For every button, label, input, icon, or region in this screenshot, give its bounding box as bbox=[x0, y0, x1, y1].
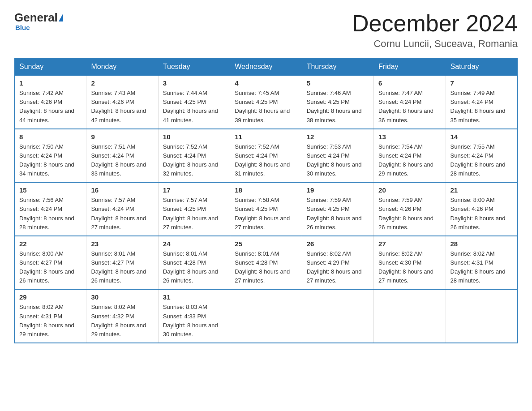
day-number: 31 bbox=[163, 293, 225, 301]
calendar-cell: 8 Sunrise: 7:50 AMSunset: 4:24 PMDayligh… bbox=[15, 129, 86, 183]
header-wednesday: Wednesday bbox=[230, 58, 302, 76]
title-block: December 2024 Cornu Luncii, Suceava, Rom… bbox=[352, 11, 518, 50]
day-info: Sunrise: 7:57 AMSunset: 4:24 PMDaylight:… bbox=[91, 197, 146, 230]
day-number: 27 bbox=[378, 240, 441, 248]
day-number: 7 bbox=[450, 79, 513, 87]
header-saturday: Saturday bbox=[446, 58, 517, 76]
day-number: 18 bbox=[235, 186, 297, 194]
calendar-cell: 10 Sunrise: 7:52 AMSunset: 4:24 PMDaylig… bbox=[158, 129, 230, 183]
day-number: 26 bbox=[307, 240, 369, 248]
calendar-cell: 23 Sunrise: 8:01 AMSunset: 4:27 PMDaylig… bbox=[86, 236, 158, 290]
calendar-cell: 13 Sunrise: 7:54 AMSunset: 4:24 PMDaylig… bbox=[374, 129, 446, 183]
calendar-week-row: 29 Sunrise: 8:02 AMSunset: 4:31 PMDaylig… bbox=[15, 289, 518, 343]
day-number: 6 bbox=[378, 79, 441, 87]
day-number: 13 bbox=[378, 133, 441, 141]
day-number: 9 bbox=[91, 133, 153, 141]
day-info: Sunrise: 7:57 AMSunset: 4:25 PMDaylight:… bbox=[163, 197, 218, 230]
calendar-cell: 20 Sunrise: 7:59 AMSunset: 4:26 PMDaylig… bbox=[374, 182, 446, 236]
calendar-cell: 18 Sunrise: 7:58 AMSunset: 4:25 PMDaylig… bbox=[230, 182, 302, 236]
day-info: Sunrise: 7:52 AMSunset: 4:24 PMDaylight:… bbox=[163, 143, 218, 177]
calendar-cell bbox=[302, 289, 373, 343]
calendar-cell: 27 Sunrise: 8:02 AMSunset: 4:30 PMDaylig… bbox=[374, 236, 446, 290]
day-number: 30 bbox=[91, 293, 153, 301]
calendar-cell bbox=[446, 289, 517, 343]
calendar-cell: 1 Sunrise: 7:42 AMSunset: 4:26 PMDayligh… bbox=[15, 76, 86, 129]
day-number: 17 bbox=[163, 186, 225, 194]
day-number: 25 bbox=[235, 240, 297, 248]
calendar-header: Sunday Monday Tuesday Wednesday Thursday… bbox=[15, 58, 518, 76]
day-number: 15 bbox=[19, 186, 82, 194]
calendar-cell: 19 Sunrise: 7:59 AMSunset: 4:25 PMDaylig… bbox=[302, 182, 373, 236]
weekday-header-row: Sunday Monday Tuesday Wednesday Thursday… bbox=[15, 58, 518, 76]
calendar-cell bbox=[374, 289, 446, 343]
calendar-cell: 22 Sunrise: 8:00 AMSunset: 4:27 PMDaylig… bbox=[15, 236, 86, 290]
calendar-cell: 6 Sunrise: 7:47 AMSunset: 4:24 PMDayligh… bbox=[374, 76, 446, 129]
day-info: Sunrise: 8:02 AMSunset: 4:30 PMDaylight:… bbox=[378, 250, 433, 284]
logo-general-text: General bbox=[14, 11, 58, 25]
day-info: Sunrise: 7:43 AMSunset: 4:26 PMDaylight:… bbox=[91, 90, 146, 123]
calendar-cell: 28 Sunrise: 8:02 AMSunset: 4:31 PMDaylig… bbox=[446, 236, 517, 290]
day-info: Sunrise: 8:02 AMSunset: 4:31 PMDaylight:… bbox=[19, 304, 74, 337]
month-title: December 2024 bbox=[352, 11, 518, 36]
calendar-cell: 3 Sunrise: 7:44 AMSunset: 4:25 PMDayligh… bbox=[158, 76, 230, 129]
calendar-cell: 11 Sunrise: 7:52 AMSunset: 4:24 PMDaylig… bbox=[230, 129, 302, 183]
header-friday: Friday bbox=[374, 58, 446, 76]
day-number: 2 bbox=[91, 79, 153, 87]
day-number: 3 bbox=[163, 79, 225, 87]
day-info: Sunrise: 8:00 AMSunset: 4:27 PMDaylight:… bbox=[19, 250, 74, 284]
day-info: Sunrise: 7:55 AMSunset: 4:24 PMDaylight:… bbox=[450, 143, 506, 177]
logo-triangle-icon bbox=[59, 13, 63, 21]
day-number: 24 bbox=[163, 240, 225, 248]
day-info: Sunrise: 7:53 AMSunset: 4:24 PMDaylight:… bbox=[307, 143, 362, 177]
day-info: Sunrise: 7:59 AMSunset: 4:25 PMDaylight:… bbox=[307, 197, 362, 230]
day-number: 8 bbox=[19, 133, 82, 141]
calendar-cell: 4 Sunrise: 7:45 AMSunset: 4:25 PMDayligh… bbox=[230, 76, 302, 129]
calendar-cell: 17 Sunrise: 7:57 AMSunset: 4:25 PMDaylig… bbox=[158, 182, 230, 236]
logo-blue-part bbox=[58, 13, 63, 22]
calendar-cell: 26 Sunrise: 8:02 AMSunset: 4:29 PMDaylig… bbox=[302, 236, 373, 290]
day-number: 14 bbox=[450, 133, 513, 141]
day-info: Sunrise: 7:42 AMSunset: 4:26 PMDaylight:… bbox=[19, 90, 74, 123]
day-info: Sunrise: 8:02 AMSunset: 4:31 PMDaylight:… bbox=[450, 250, 506, 284]
day-number: 16 bbox=[91, 186, 153, 194]
calendar-week-row: 8 Sunrise: 7:50 AMSunset: 4:24 PMDayligh… bbox=[15, 129, 518, 183]
day-info: Sunrise: 7:51 AMSunset: 4:24 PMDaylight:… bbox=[91, 143, 146, 177]
logo: General Blue bbox=[14, 11, 63, 31]
day-info: Sunrise: 7:45 AMSunset: 4:25 PMDaylight:… bbox=[235, 90, 290, 123]
day-info: Sunrise: 8:01 AMSunset: 4:27 PMDaylight:… bbox=[91, 250, 146, 284]
day-number: 28 bbox=[450, 240, 513, 248]
day-number: 23 bbox=[91, 240, 153, 248]
calendar-cell: 5 Sunrise: 7:46 AMSunset: 4:25 PMDayligh… bbox=[302, 76, 373, 129]
calendar-cell: 25 Sunrise: 8:01 AMSunset: 4:28 PMDaylig… bbox=[230, 236, 302, 290]
calendar-cell: 29 Sunrise: 8:02 AMSunset: 4:31 PMDaylig… bbox=[15, 289, 86, 343]
day-number: 22 bbox=[19, 240, 82, 248]
day-number: 10 bbox=[163, 133, 225, 141]
logo-blue-text: Blue bbox=[15, 24, 30, 31]
calendar-cell: 9 Sunrise: 7:51 AMSunset: 4:24 PMDayligh… bbox=[86, 129, 158, 183]
calendar-cell: 24 Sunrise: 8:01 AMSunset: 4:28 PMDaylig… bbox=[158, 236, 230, 290]
calendar-cell: 21 Sunrise: 8:00 AMSunset: 4:26 PMDaylig… bbox=[446, 182, 517, 236]
calendar-cell: 16 Sunrise: 7:57 AMSunset: 4:24 PMDaylig… bbox=[86, 182, 158, 236]
location-title: Cornu Luncii, Suceava, Romania bbox=[352, 38, 518, 50]
calendar-cell: 31 Sunrise: 8:03 AMSunset: 4:33 PMDaylig… bbox=[158, 289, 230, 343]
day-number: 12 bbox=[307, 133, 369, 141]
calendar-week-row: 1 Sunrise: 7:42 AMSunset: 4:26 PMDayligh… bbox=[15, 76, 518, 129]
calendar-cell bbox=[230, 289, 302, 343]
day-info: Sunrise: 8:00 AMSunset: 4:26 PMDaylight:… bbox=[450, 197, 506, 230]
day-info: Sunrise: 7:44 AMSunset: 4:25 PMDaylight:… bbox=[163, 90, 218, 123]
calendar-cell: 7 Sunrise: 7:49 AMSunset: 4:24 PMDayligh… bbox=[446, 76, 517, 129]
page-header: General Blue December 2024 Cornu Luncii,… bbox=[14, 11, 518, 50]
calendar-cell: 2 Sunrise: 7:43 AMSunset: 4:26 PMDayligh… bbox=[86, 76, 158, 129]
day-number: 11 bbox=[235, 133, 297, 141]
day-info: Sunrise: 8:01 AMSunset: 4:28 PMDaylight:… bbox=[235, 250, 290, 284]
day-info: Sunrise: 8:01 AMSunset: 4:28 PMDaylight:… bbox=[163, 250, 218, 284]
day-info: Sunrise: 7:56 AMSunset: 4:24 PMDaylight:… bbox=[19, 197, 74, 230]
calendar-cell: 15 Sunrise: 7:56 AMSunset: 4:24 PMDaylig… bbox=[15, 182, 86, 236]
day-number: 21 bbox=[450, 186, 513, 194]
day-info: Sunrise: 7:54 AMSunset: 4:24 PMDaylight:… bbox=[378, 143, 433, 177]
calendar-week-row: 15 Sunrise: 7:56 AMSunset: 4:24 PMDaylig… bbox=[15, 182, 518, 236]
calendar-cell: 14 Sunrise: 7:55 AMSunset: 4:24 PMDaylig… bbox=[446, 129, 517, 183]
day-info: Sunrise: 7:46 AMSunset: 4:25 PMDaylight:… bbox=[307, 90, 362, 123]
day-info: Sunrise: 7:52 AMSunset: 4:24 PMDaylight:… bbox=[235, 143, 290, 177]
header-sunday: Sunday bbox=[15, 58, 86, 76]
